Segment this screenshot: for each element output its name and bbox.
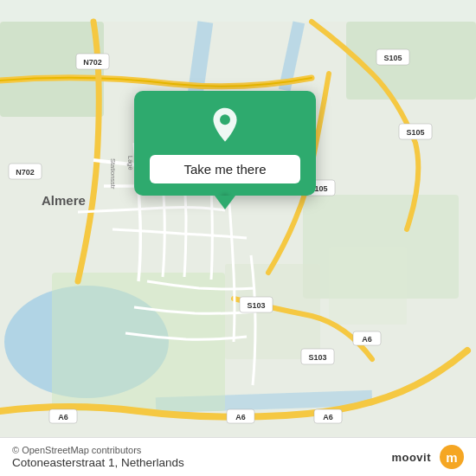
svg-text:A6: A6	[323, 413, 333, 421]
location-pin-icon	[206, 106, 244, 145]
svg-text:S105: S105	[406, 128, 424, 137]
map-container: N702 N702 S105 S105 S105 S103 S103 A6 A6…	[0, 0, 476, 476]
svg-text:S103: S103	[247, 301, 265, 310]
moovit-logo: moovit m	[391, 445, 464, 469]
moovit-m-badge: m	[440, 445, 464, 469]
svg-text:A6: A6	[58, 413, 68, 421]
svg-rect-6	[346, 22, 476, 100]
svg-point-36	[220, 114, 230, 125]
pin-shadow	[221, 194, 229, 203]
map-svg: N702 N702 S105 S105 S105 S103 S103 A6 A6…	[0, 0, 476, 476]
osm-credit: © OpenStreetMap contributors	[12, 445, 184, 455]
moovit-text: moovit	[391, 451, 431, 464]
popup-card: Take me there	[134, 91, 316, 196]
take-me-button[interactable]: Take me there	[150, 155, 300, 183]
svg-text:S105: S105	[383, 54, 402, 62]
svg-rect-8	[52, 273, 225, 411]
svg-text:Stationsstr: Stationsstr	[109, 158, 117, 190]
svg-text:N702: N702	[83, 58, 102, 67]
bottom-bar: © OpenStreetMap contributors Cotoneaster…	[0, 437, 476, 476]
svg-text:N702: N702	[16, 168, 35, 177]
svg-text:A6: A6	[235, 413, 246, 421]
svg-rect-10	[329, 247, 407, 325]
svg-text:S103: S103	[308, 353, 326, 362]
svg-text:Almere: Almere	[42, 193, 86, 208]
address-label: Cotoneasterstraat 1, Netherlands	[12, 456, 184, 469]
svg-text:A6: A6	[362, 335, 372, 344]
